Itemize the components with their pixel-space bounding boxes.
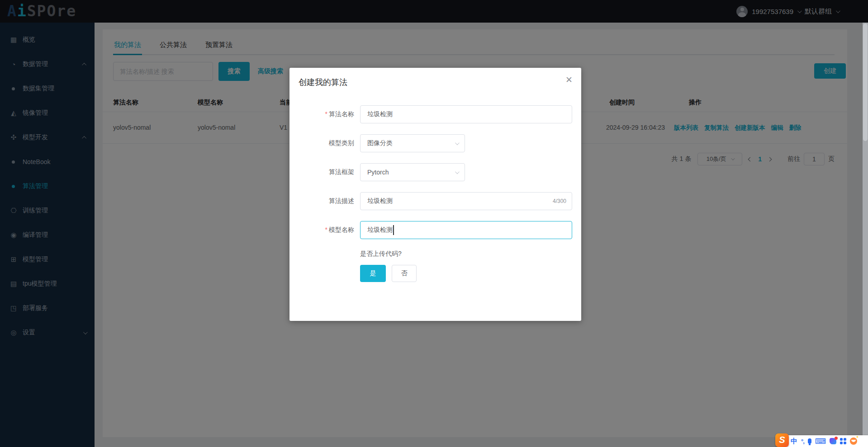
- model-category-select[interactable]: 图像分类: [360, 134, 465, 152]
- algorithm-description-field: 4/300: [360, 192, 572, 210]
- algorithm-name-label: *算法名称: [299, 110, 360, 118]
- chinese-mode-icon[interactable]: 中: [791, 437, 797, 446]
- keyboard-icon[interactable]: ⌨: [815, 438, 826, 445]
- sogou-logo-icon[interactable]: S: [775, 433, 789, 447]
- algorithm-name-input[interactable]: [360, 105, 572, 123]
- algorithm-description-label: 算法描述: [299, 197, 360, 205]
- model-category-label: 模型类别: [299, 139, 360, 147]
- ime-toolbar: S 中 °, ⌨: [777, 435, 868, 447]
- punctuation-icon[interactable]: °,: [801, 438, 804, 445]
- no-button[interactable]: 否: [392, 265, 417, 282]
- modal-title: 创建我的算法: [299, 77, 572, 88]
- upload-code-question: 是否上传代码?: [360, 250, 572, 258]
- algorithm-description-input[interactable]: [367, 198, 553, 205]
- chevron-down-icon: [455, 169, 460, 174]
- close-icon[interactable]: ✕: [565, 75, 573, 84]
- scrollbar[interactable]: [863, 23, 868, 447]
- create-algorithm-modal: 创建我的算法 ✕ *算法名称 模型类别 图像分类 算法框架 Pytorch 算法…: [289, 68, 581, 321]
- algorithm-framework-select[interactable]: Pytorch: [360, 163, 465, 181]
- algorithm-framework-label: 算法框架: [299, 168, 360, 176]
- scrollbar-thumb[interactable]: [863, 24, 868, 141]
- microphone-icon[interactable]: [808, 438, 811, 444]
- char-counter: 4/300: [553, 198, 566, 204]
- model-name-input[interactable]: [360, 221, 572, 239]
- required-asterisk: *: [325, 226, 327, 233]
- model-name-label: *模型名称: [299, 226, 360, 234]
- toolbox-icon[interactable]: [840, 438, 846, 444]
- required-asterisk: *: [325, 110, 327, 118]
- skin-icon[interactable]: [830, 438, 836, 444]
- chevron-down-icon: [455, 141, 460, 145]
- emoji-icon[interactable]: [850, 438, 857, 445]
- text-caret: [393, 225, 394, 235]
- yes-button[interactable]: 是: [360, 265, 386, 282]
